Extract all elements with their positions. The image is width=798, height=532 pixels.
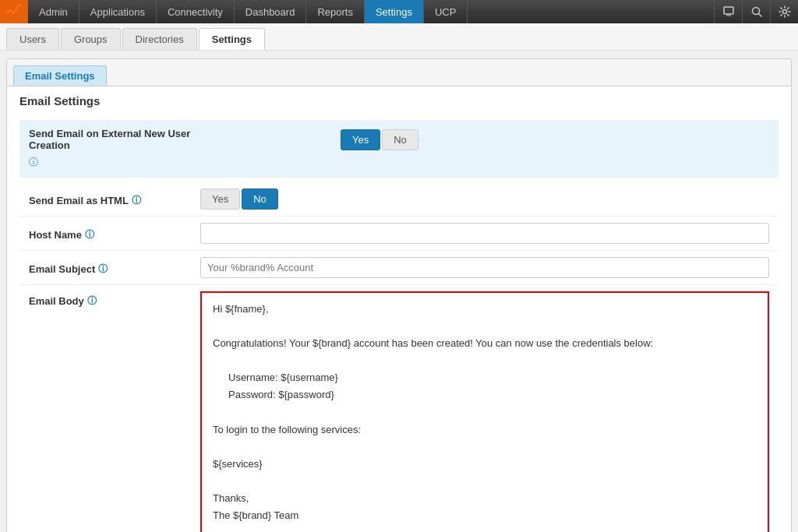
email-body-line13: The ${brand} Team: [213, 507, 757, 524]
tab-users[interactable]: Users: [6, 28, 59, 50]
content-box: Email Settings Email Settings Send Email…: [6, 58, 792, 532]
hostname-input[interactable]: [200, 223, 769, 244]
email-body-help-icon[interactable]: ⓘ: [87, 294, 97, 308]
send-html-control: Yes No: [200, 188, 769, 210]
sub-tabs: Users Groups Directories Settings: [0, 23, 798, 51]
tab-settings[interactable]: Settings: [199, 28, 265, 50]
email-body-line6: Password: ${password}: [213, 386, 757, 403]
nav-items: Admin Applications Connectivity Dashboar…: [28, 0, 714, 23]
email-subject-control: [200, 257, 769, 278]
form-row-send-html: Send Email as HTML ⓘ Yes No: [19, 182, 779, 217]
email-body-line2: [213, 318, 757, 335]
page-wrapper: Admin Applications Connectivity Dashboar…: [0, 0, 798, 532]
send-email-label-container: Send Email on External New User Creation: [29, 128, 200, 151]
email-body-line5: Username: ${username}: [213, 369, 757, 386]
hostname-control: [200, 223, 769, 244]
email-body-line10: ${services}: [213, 456, 757, 473]
email-subject-label: Email Subject: [29, 263, 95, 275]
nav-connectivity[interactable]: Connectivity: [157, 0, 235, 23]
email-body-line8: To login to the following services:: [213, 421, 757, 439]
section-title: Email Settings: [19, 94, 779, 112]
send-email-no-btn[interactable]: No: [382, 129, 418, 150]
email-body-line11: [213, 473, 757, 490]
send-html-label: Send Email as HTML: [29, 195, 129, 206]
email-body-label: Email Body: [29, 295, 84, 307]
svg-point-4: [782, 10, 786, 14]
email-body-line1: Hi ${fname},: [213, 301, 757, 318]
logo: [0, 0, 28, 23]
form-row-email-subject: Email Subject ⓘ: [19, 251, 779, 285]
search-icon-btn[interactable]: [742, 0, 770, 23]
send-html-help-icon[interactable]: ⓘ: [132, 194, 141, 207]
email-body-line7: [213, 404, 757, 421]
send-html-yes-btn[interactable]: Yes: [200, 188, 240, 210]
nav-actions: [714, 0, 798, 23]
send-email-help-icon[interactable]: ⓘ: [29, 157, 38, 167]
top-navigation: Admin Applications Connectivity Dashboar…: [0, 0, 798, 23]
email-subject-input[interactable]: [200, 257, 769, 278]
send-html-label-container: Send Email as HTML ⓘ: [29, 191, 200, 207]
send-html-btn-group: Yes No: [200, 188, 769, 210]
svg-rect-0: [724, 7, 733, 14]
email-body-line12: Thanks,: [213, 490, 757, 507]
svg-rect-1: [726, 14, 731, 16]
form-section: Email Settings Send Email on External Ne…: [7, 86, 791, 532]
nav-ucp[interactable]: UCP: [424, 0, 468, 23]
svg-line-3: [758, 14, 761, 17]
nav-admin[interactable]: Admin: [28, 0, 79, 23]
nav-reports[interactable]: Reports: [306, 0, 365, 23]
email-body-line3: Congratulations! Your ${brand} account h…: [213, 335, 757, 352]
main-content: Email Settings Email Settings Send Email…: [0, 51, 798, 532]
tab-groups[interactable]: Groups: [61, 28, 121, 50]
tab-email-settings[interactable]: Email Settings: [13, 65, 107, 86]
hostname-help-icon[interactable]: ⓘ: [85, 228, 94, 241]
send-email-label: Send Email on External New User Creation: [29, 128, 200, 151]
form-row-send-email: Send Email on External New User Creation…: [19, 120, 779, 178]
email-subject-help-icon[interactable]: ⓘ: [98, 262, 108, 276]
inner-tabs: Email Settings: [7, 59, 791, 86]
send-html-no-btn[interactable]: No: [242, 188, 278, 210]
gear-icon-btn[interactable]: [770, 0, 798, 23]
email-subject-label-container: Email Subject ⓘ: [29, 259, 200, 276]
hostname-label-container: Host Name ⓘ: [29, 225, 200, 241]
notification-icon-btn[interactable]: [714, 0, 742, 23]
email-body-label-container: Email Body ⓘ: [29, 291, 200, 308]
hostname-label: Host Name: [29, 229, 82, 241]
send-email-btn-group: Yes No: [341, 129, 418, 150]
email-body-line9: [213, 439, 757, 456]
nav-dashboard[interactable]: Dashboard: [235, 0, 307, 23]
nav-applications[interactable]: Applications: [79, 0, 157, 23]
send-email-yes-btn[interactable]: Yes: [341, 129, 380, 150]
form-row-hostname: Host Name ⓘ: [19, 217, 779, 251]
nav-settings[interactable]: Settings: [365, 0, 424, 23]
form-row-email-body: Email Body ⓘ Hi ${fname}, Congratulation…: [19, 285, 779, 532]
tab-directories[interactable]: Directories: [122, 28, 197, 50]
email-body-line4: [213, 352, 757, 369]
email-body-textarea[interactable]: Hi ${fname}, Congratulations! Your ${bra…: [200, 291, 769, 532]
